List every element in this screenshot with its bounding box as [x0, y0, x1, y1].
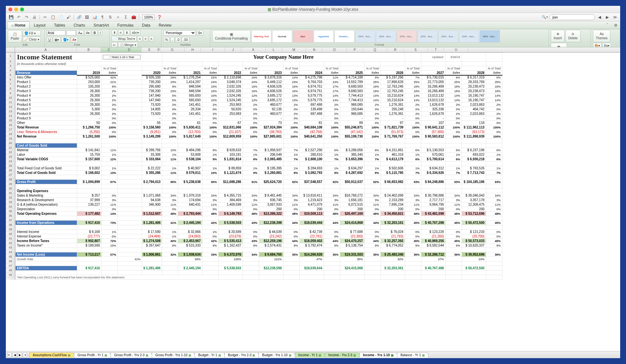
sheet-tab[interactable]: Budget - Yr 1▦: [195, 352, 225, 358]
sheet-tab[interactable]: Income - Yrs 2-3▦: [325, 352, 360, 358]
spreadsheet-grid[interactable]: ABCDEFGHIJKLMNOPQRSTU 123456789101112131…: [6, 47, 620, 351]
col-header-J[interactable]: J: [225, 47, 241, 52]
style-acc20-4[interactable]: 20% - Acc...: [417, 30, 438, 42]
underline-button[interactable]: U: [47, 37, 52, 42]
tab-formulas[interactable]: Formulas: [113, 21, 138, 29]
tab-smartart[interactable]: SmartArt: [89, 21, 113, 29]
decrease-decimal-icon[interactable]: .0: [175, 37, 181, 42]
search-input[interactable]: [549, 14, 595, 20]
fill-button[interactable]: 🪣 Fill ▾: [23, 30, 41, 36]
orientation-button[interactable]: abc▾: [130, 30, 140, 35]
col-header-N[interactable]: N: [306, 47, 322, 52]
style-acc20-2[interactable]: 20% - Acc...: [376, 30, 396, 42]
close-icon[interactable]: [8, 7, 12, 11]
cell-styles-gallery[interactable]: Warning Text Normal Bad Hyperlink Headin…: [251, 30, 500, 42]
font-color-button[interactable]: A▾: [71, 37, 78, 42]
style-acc20-3[interactable]: 20% - Acc...: [397, 30, 417, 42]
paste-icon[interactable]: 📄: [57, 14, 64, 20]
style-acc20[interactable]: 20% - Acc...: [355, 30, 375, 42]
align-bottom-icon[interactable]: ⬇: [124, 30, 130, 35]
col-header-A[interactable]: A: [15, 47, 77, 52]
tab-next-icon[interactable]: ▶: [18, 353, 22, 357]
style-acc40[interactable]: 40% - Acc...: [480, 30, 500, 42]
col-header-C[interactable]: C: [101, 47, 117, 52]
col-header-O[interactable]: O: [322, 47, 347, 52]
align-center-icon[interactable]: ≡: [143, 36, 148, 42]
wrap-text-button[interactable]: 📄 Wrap Text ▾: [112, 36, 137, 42]
toolbox-icon[interactable]: 🧰: [130, 14, 137, 20]
filter-icon[interactable]: ▿: [115, 14, 121, 20]
shrink-font-icon[interactable]: A▾: [84, 30, 91, 36]
zoom-level[interactable]: 100%: [142, 15, 155, 20]
tab-layout[interactable]: Layout: [30, 21, 50, 29]
clear-button[interactable]: 🧹 Clear ▾: [23, 37, 41, 42]
print-icon[interactable]: 🖨: [31, 14, 38, 20]
picture-icon[interactable]: 🖼: [84, 14, 90, 20]
col-header-P[interactable]: P: [347, 47, 363, 52]
borders-button[interactable]: ▦▾: [53, 37, 61, 42]
copy-icon[interactable]: 📋: [50, 14, 56, 20]
align-top-icon[interactable]: ⬆: [112, 30, 117, 35]
sheet-tab[interactable]: Income - Yrs 1-10▦: [359, 352, 397, 358]
percent-icon[interactable]: %: [163, 37, 170, 42]
increase-decimal-icon[interactable]: .00: [182, 37, 189, 42]
style-heading[interactable]: Headin...: [334, 30, 355, 42]
themes-button[interactable]: AaThemes: [593, 30, 610, 42]
sheet-tab[interactable]: Assumptions-CashFlow▦: [29, 352, 74, 358]
merge-button[interactable]: ⬜ Merge ▾: [118, 42, 138, 47]
sheet-tab[interactable]: Income - Yr 1▦: [295, 352, 325, 358]
style-hyperlink[interactable]: Hyperlink: [314, 30, 334, 42]
insert-cells-button[interactable]: ⊕Insert: [551, 30, 565, 42]
conditional-formatting-button[interactable]: ▦Conditional Formatting: [212, 30, 251, 42]
col-header-I[interactable]: I: [201, 47, 225, 52]
undo-icon[interactable]: ↶: [16, 14, 22, 20]
bold-button[interactable]: B: [92, 30, 97, 36]
col-header-Q[interactable]: Q: [363, 47, 387, 52]
col-header-M[interactable]: M: [282, 47, 306, 52]
tab-tables[interactable]: Tables: [50, 21, 69, 29]
col-header-T[interactable]: T: [428, 47, 444, 52]
theme-colors-icon[interactable]: 🎨▾: [593, 43, 602, 47]
style-warning[interactable]: Warning Text: [251, 30, 271, 42]
minimize-icon[interactable]: [14, 7, 18, 11]
font-size-select[interactable]: [66, 30, 76, 35]
italic-button[interactable]: I: [98, 30, 102, 36]
sheet-tab[interactable]: Gross Profit - Yr 1▦: [74, 352, 111, 358]
redo-icon[interactable]: ↷: [23, 14, 30, 20]
sheet-tab[interactable]: Gross Profit - Yrs 2-3▦: [111, 352, 152, 358]
align-middle-icon[interactable]: ≡: [118, 30, 123, 35]
search-next-icon[interactable]: ▶: [604, 14, 610, 20]
col-header-U[interactable]: U: [444, 47, 468, 52]
col-header-D[interactable]: D: [117, 47, 141, 52]
col-header-R[interactable]: R: [387, 47, 403, 52]
tab-home[interactable]: ⌂ Home: [7, 21, 30, 29]
indent-left-icon[interactable]: ⇤: [112, 42, 117, 47]
grow-font-icon[interactable]: A▴: [77, 30, 84, 36]
format-painter-icon[interactable]: 🖌: [65, 14, 72, 20]
sheet-tab[interactable]: Gross Profit - Yrs 1-10▦: [152, 352, 195, 358]
format-cells-button[interactable]: ▦Format: [551, 43, 567, 47]
style-normal[interactable]: Normal: [272, 30, 292, 42]
ribbon-settings-icon[interactable]: ⚙: [612, 22, 619, 29]
cut-icon[interactable]: ✂: [42, 14, 48, 20]
tab-review[interactable]: Review: [154, 21, 175, 29]
ribbon-collapse-icon[interactable]: ˆ: [604, 22, 610, 29]
theme-fonts-icon[interactable]: Aa▾: [602, 43, 611, 47]
search-prev-icon[interactable]: ◀: [596, 14, 603, 20]
style-acc20-6[interactable]: 20% - Acc...: [459, 30, 479, 42]
chart-icon[interactable]: 📊: [91, 14, 98, 20]
col-header-G[interactable]: G: [160, 47, 185, 52]
save-icon[interactable]: 💾: [8, 14, 14, 20]
style-acc20-5[interactable]: 20% - Acc...: [438, 30, 458, 42]
comma-icon[interactable]: ,: [170, 37, 175, 42]
delete-cells-button[interactable]: ⊖Delete: [565, 30, 581, 42]
tab-prev-icon[interactable]: ◀: [12, 353, 17, 357]
sort-icon[interactable]: ⇅: [107, 14, 114, 20]
col-header-K[interactable]: K: [241, 47, 266, 52]
sum-icon[interactable]: Σ: [123, 14, 129, 20]
sheet-tab[interactable]: Balance - Yr 1▦: [397, 352, 428, 358]
sidebar-toggle-icon[interactable]: ≫: [612, 14, 618, 20]
tab-data[interactable]: Data: [138, 21, 154, 29]
maximize-icon[interactable]: [20, 7, 24, 11]
number-format-select[interactable]: Percentage: [163, 30, 196, 36]
